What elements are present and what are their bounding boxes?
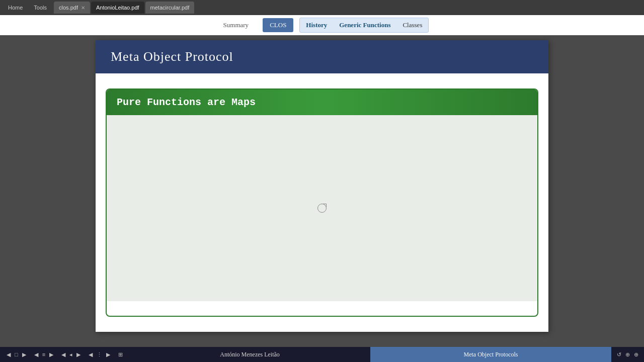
ctrl-slide-icon[interactable]: ≡ bbox=[41, 350, 47, 358]
content-card: Pure Functions are Maps bbox=[106, 88, 538, 317]
ctrl-next-slide[interactable]: ▶ bbox=[48, 350, 55, 359]
ctrl-prev-slide[interactable]: ◀ bbox=[33, 350, 40, 359]
slide-title: Meta Object Protocol bbox=[96, 40, 548, 73]
bottom-author: António Menezes Leitão bbox=[129, 351, 370, 358]
slide-area: Meta Object Protocol Pure Functions are … bbox=[0, 35, 644, 347]
ctrl-zoom-icon[interactable]: ⊕ bbox=[624, 350, 631, 359]
nav-section-group: History Generic Functions Classes bbox=[299, 18, 429, 33]
nav-classes[interactable]: Classes bbox=[396, 19, 428, 31]
ctrl-sep1 bbox=[29, 353, 32, 355]
ctrl-dot-icon[interactable]: ⋮ bbox=[95, 350, 104, 359]
bottom-presentation-title: Meta Object Protocols bbox=[370, 347, 611, 362]
ctrl-next-item[interactable]: ▶ bbox=[75, 350, 82, 359]
tab-clos[interactable]: clos.pdf ✕ bbox=[54, 2, 90, 14]
home-button[interactable]: Home bbox=[4, 4, 27, 12]
slide-body: Pure Functions are Maps bbox=[96, 73, 548, 332]
ctrl-sep3 bbox=[83, 353, 86, 355]
ctrl-prev-dot[interactable]: ◀ bbox=[87, 350, 94, 359]
nav-clos[interactable]: CLOS bbox=[263, 18, 293, 32]
browser-chrome: Home Tools clos.pdf ✕ AntonioLeitao.pdf … bbox=[0, 0, 644, 15]
presentation-nav-bar: Summary CLOS History Generic Functions C… bbox=[0, 15, 644, 35]
tab-metacircular-label: metacircular.pdf bbox=[150, 5, 190, 11]
slide-container: Meta Object Protocol Pure Functions are … bbox=[96, 40, 548, 332]
nav-history[interactable]: History bbox=[300, 19, 333, 31]
ctrl-item-back[interactable]: ◂ bbox=[68, 350, 74, 359]
content-card-body bbox=[107, 115, 537, 301]
ctrl-grid[interactable]: ⊞ bbox=[117, 350, 124, 359]
ctrl-next-frame[interactable]: ▶ bbox=[21, 350, 28, 359]
author-text: António Menezes Leitão bbox=[220, 351, 280, 358]
tab-clos-label: clos.pdf bbox=[59, 5, 78, 11]
tools-button[interactable]: Tools bbox=[30, 4, 51, 12]
tab-metacircular[interactable]: metacircular.pdf bbox=[145, 2, 195, 14]
ctrl-expand[interactable]: ⊕ bbox=[632, 350, 640, 359]
tab-bar: clos.pdf ✕ AntonioLeitao.pdf metacircula… bbox=[54, 2, 640, 14]
nav-generic-functions[interactable]: Generic Functions bbox=[333, 19, 396, 31]
ctrl-frame-icon[interactable]: □ bbox=[13, 350, 20, 358]
nav-summary[interactable]: Summary bbox=[215, 17, 257, 33]
ctrl-sep2 bbox=[56, 353, 59, 355]
ctrl-sep4 bbox=[113, 353, 116, 355]
ctrl-prev-frame[interactable]: ◀ bbox=[5, 350, 12, 359]
ctrl-undo[interactable]: ↺ bbox=[615, 350, 623, 359]
ctrl-prev-item[interactable]: ◀ bbox=[60, 350, 67, 359]
tab-clos-close[interactable]: ✕ bbox=[81, 5, 85, 11]
tab-antonio[interactable]: AntonioLeitao.pdf bbox=[91, 2, 144, 14]
bottom-bar: ◀ □ ▶ ◀ ≡ ▶ ◀ ◂ ▶ ◀ ⋮ ▶ ⊞ António Meneze… bbox=[0, 347, 644, 362]
presentation-title-text: Meta Object Protocols bbox=[464, 351, 518, 358]
loading-indicator bbox=[317, 204, 327, 213]
bottom-controls-left: ◀ □ ▶ ◀ ≡ ▶ ◀ ◂ ▶ ◀ ⋮ ▶ ⊞ bbox=[0, 350, 129, 359]
tab-antonio-label: AntonioLeitao.pdf bbox=[96, 5, 139, 11]
browser-nav-left: Home Tools bbox=[4, 4, 51, 12]
pdf-viewer: Summary CLOS History Generic Functions C… bbox=[0, 15, 644, 362]
ctrl-next-dot[interactable]: ▶ bbox=[105, 350, 112, 359]
bottom-controls-right: ↺ ⊕ ⊕ bbox=[611, 350, 644, 359]
content-card-title: Pure Functions are Maps bbox=[107, 89, 537, 115]
